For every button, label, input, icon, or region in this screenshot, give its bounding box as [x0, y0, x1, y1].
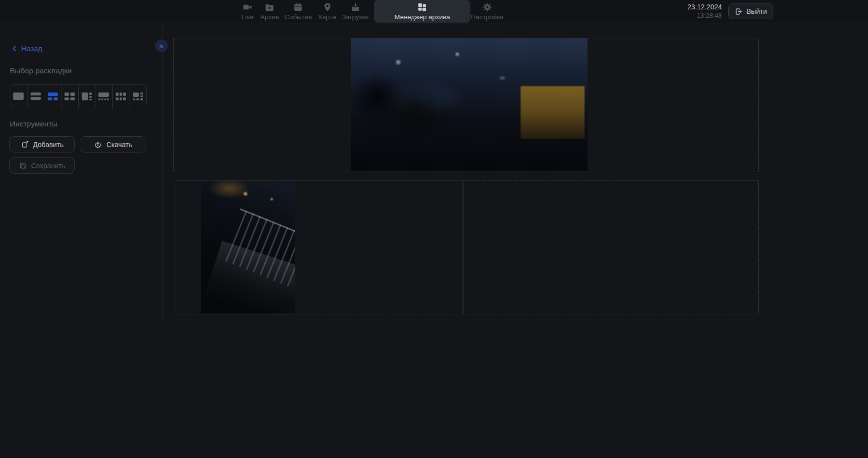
map-pin-icon	[322, 2, 333, 12]
download-box-icon	[350, 2, 361, 12]
save-label: Сохранить	[31, 162, 65, 170]
nav-tab-archive[interactable]: Архив	[260, 2, 279, 21]
layout-option-8[interactable]	[129, 85, 146, 108]
folder-play-icon	[264, 2, 275, 12]
bright-door-shape	[512, 181, 532, 263]
nav-tab-label: Архив	[260, 13, 279, 21]
layout-selector	[10, 84, 147, 108]
trees-silhouette	[351, 65, 457, 144]
chevron-left-icon	[11, 45, 18, 52]
add-label: Добавить	[33, 141, 63, 149]
save-button[interactable]: Сохранить	[9, 157, 75, 174]
bright-door-shape	[512, 263, 530, 313]
video-grid-viewer: 2024-07-09 Tue 15:59:20	[162, 24, 868, 322]
tools-section-title: Инструменты	[10, 120, 58, 128]
download-arrow-icon	[93, 140, 102, 149]
app-window: Live Архив События Карта Загрузки	[0, 0, 868, 458]
layout-option-7[interactable]	[113, 85, 130, 108]
download-label: Скачать	[106, 141, 132, 149]
calendar-icon	[293, 2, 303, 12]
top-nav: Live Архив События Карта Загрузки	[0, 0, 868, 24]
grid-blocks-icon	[417, 2, 428, 12]
back-link[interactable]: Назад	[11, 44, 42, 53]
layout-section-title: Выбор раскладки	[10, 66, 72, 75]
logout-button[interactable]: Выйти	[728, 3, 773, 19]
layout-option-5[interactable]	[79, 85, 96, 108]
video-thumbnail-night-street[interactable]	[201, 181, 295, 313]
add-button[interactable]: Добавить	[9, 136, 75, 153]
nav-tab-events[interactable]: События	[284, 2, 312, 21]
sidebar: Назад Выбор раскладки	[0, 24, 163, 322]
layout-option-3-selected[interactable]	[44, 85, 62, 108]
current-time: 13:28:48	[687, 11, 722, 20]
nav-tab-settings[interactable]: Настройки	[471, 2, 503, 21]
nav-tab-label: Live	[242, 13, 254, 21]
layout-option-6[interactable]	[95, 85, 113, 108]
nav-tab-label: Настройки	[471, 13, 503, 21]
logout-label: Выйти	[746, 7, 767, 15]
nav-tab-label: Карта	[318, 13, 336, 21]
clock: 23.12.2024 13:28:48	[687, 2, 722, 20]
nav-tab-label: Загрузки	[342, 13, 369, 21]
nav-tab-live[interactable]: Live	[242, 2, 254, 21]
nav-tab-downloads[interactable]: Загрузки	[342, 2, 369, 21]
nav-tab-label: Менеджер архива	[395, 13, 450, 21]
video-thumbnail-street-bus[interactable]	[351, 38, 588, 171]
logout-icon	[735, 7, 743, 16]
bus-shape	[521, 86, 585, 139]
nav-tab-archive-manager[interactable]: Менеджер архива	[395, 2, 450, 21]
current-date: 23.12.2024	[687, 2, 722, 11]
layout-option-4[interactable]	[62, 85, 79, 108]
layout-option-2[interactable]	[28, 85, 45, 108]
add-layout-icon	[21, 140, 29, 149]
gear-icon	[482, 2, 492, 12]
nav-tab-label: События	[284, 13, 312, 21]
layout-option-1[interactable]	[10, 85, 28, 108]
video-thumbnail-hallway[interactable]: 2024-07-09 Tue 15:59:20	[512, 181, 738, 313]
floppy-save-icon	[19, 161, 27, 170]
back-label: Назад	[21, 44, 42, 53]
live-camera-icon	[242, 2, 252, 12]
download-button[interactable]: Скачать	[80, 136, 146, 153]
sidebar-collapse-button[interactable]: «	[155, 39, 168, 52]
nav-tab-map[interactable]: Карта	[318, 2, 336, 21]
